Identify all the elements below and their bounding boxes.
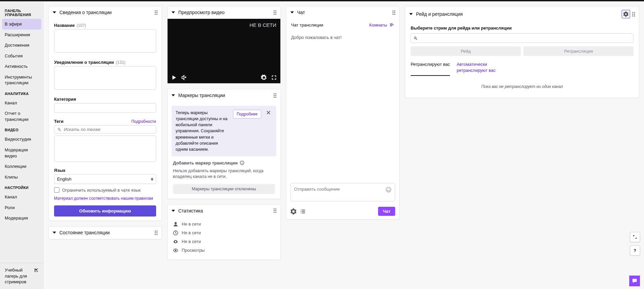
markers-desc: Нельзя добавлять маркеры трансляций, ког… <box>173 168 275 180</box>
sidebar-item-channel-settings[interactable]: Канал <box>0 192 43 202</box>
collapse-caret-icon[interactable] <box>172 210 175 212</box>
settings-icon[interactable] <box>261 75 267 81</box>
drag-handle-icon[interactable] <box>632 12 635 16</box>
panel-stream-info: Сведения о трансляции Название (107) Уве… <box>48 6 162 221</box>
collapse-caret-icon[interactable] <box>53 11 56 13</box>
panel-title: Состояние трансляции <box>59 230 151 235</box>
main-area: Сведения о трансляции Название (107) Уве… <box>44 1 644 289</box>
help-button[interactable]: ? <box>630 245 640 255</box>
sidebar-item-moderation[interactable]: Модерация <box>0 213 43 224</box>
sidebar-item-channel-analytics[interactable]: Канал <box>0 98 43 108</box>
info-icon[interactable] <box>240 160 244 165</box>
svg-point-3 <box>386 187 391 192</box>
notify-input[interactable] <box>54 66 156 90</box>
tags-search-input[interactable] <box>64 127 153 132</box>
update-info-button[interactable]: Обновить информацию <box>54 205 156 216</box>
viewer-list-icon[interactable] <box>300 208 306 214</box>
stat-row: Просмотры <box>173 246 275 255</box>
drag-handle-icon[interactable] <box>155 231 157 235</box>
chat-input[interactable] <box>294 187 383 192</box>
whisper-icon <box>632 278 638 284</box>
sidebar-heading-analytics: АНАЛИТИКА <box>0 88 43 98</box>
expand-button[interactable] <box>630 232 640 242</box>
tab-hosting-you[interactable]: Ретранслируют вас <box>411 61 450 76</box>
play-icon[interactable] <box>171 75 177 81</box>
whisper-button[interactable] <box>629 276 640 286</box>
panel-title: Сведения о трансляции <box>59 10 151 15</box>
title-input[interactable] <box>54 29 156 53</box>
svg-point-5 <box>389 189 390 189</box>
markers-banner: Теперь маркеры трансляции доступны и на … <box>172 106 276 156</box>
host-button[interactable]: Ретрансляция <box>523 46 634 56</box>
offline-badge: НЕ В СЕТИ <box>249 22 276 28</box>
raid-button[interactable]: Рейд <box>411 46 521 56</box>
close-icon[interactable]: ✕ <box>265 110 272 116</box>
tab-auto-hosting-you[interactable]: Автоматически ретранслируют вас <box>457 61 507 76</box>
drag-handle-icon[interactable] <box>274 10 276 15</box>
chat-subtitle: Чат трансляции <box>291 22 323 28</box>
raid-settings-button[interactable] <box>622 10 630 18</box>
tags-box[interactable] <box>54 136 156 162</box>
collapse-caret-icon[interactable] <box>290 11 294 13</box>
chat-rooms-link[interactable]: Комнаты <box>369 22 395 28</box>
sidebar-item-roles[interactable]: Роли <box>0 202 43 213</box>
collapse-caret-icon[interactable] <box>53 232 56 234</box>
stat-row: Не в сети <box>173 237 275 246</box>
drag-handle-icon[interactable] <box>393 10 395 15</box>
panel-title: Рейд и ретрансляция <box>416 11 618 17</box>
drag-handle-icon[interactable] <box>155 10 157 15</box>
panel-stream-health: Состояние трансляции <box>48 226 162 239</box>
sidebar-item-stream-tools[interactable]: Инструменты трансляции <box>0 72 43 88</box>
panel-chat: Чат Чат трансляции Комнаты Добро пожалов… <box>286 6 400 220</box>
stat-row: Не в сети <box>173 229 275 237</box>
sidebar-item-extensions[interactable]: Расширения <box>0 30 43 40</box>
eye-icon <box>173 248 178 253</box>
limit-lang-checkbox[interactable] <box>54 187 59 193</box>
chat-input-box[interactable] <box>290 183 395 201</box>
limit-lang-row[interactable]: Ограничить используемый в чате язык <box>54 187 156 193</box>
panel-raid: Рейд и ретрансляция Выберите стрим для р… <box>405 6 639 98</box>
chat-send-button[interactable]: Чат <box>378 207 395 216</box>
sidebar-heading-video: ВИДЕО <box>0 125 43 134</box>
drag-handle-icon[interactable] <box>274 93 276 98</box>
video-player[interactable]: НЕ В СЕТИ <box>168 19 280 83</box>
viewers-icon <box>173 239 178 244</box>
drag-handle-icon[interactable] <box>274 208 276 213</box>
stat-row: Не в сети <box>173 220 275 229</box>
add-marker-label: Добавить маркер трансляции <box>173 160 238 165</box>
raid-search-label: Выберите стрим для рейда или ретрансляци… <box>411 26 634 31</box>
category-input[interactable] <box>54 103 156 113</box>
content-rules-link[interactable]: Материал должен соответствовать нашим пр… <box>54 196 156 201</box>
notify-label: Уведомление о трансляции <box>54 60 114 65</box>
sidebar-item-video-moderation[interactable]: Модерация видео <box>0 145 43 161</box>
collapse-caret-icon[interactable] <box>409 13 413 15</box>
expand-icon <box>633 235 637 239</box>
sidebar-footer-creator-camp[interactable]: Учебный лагерь для стримеров <box>0 263 43 289</box>
mute-icon[interactable] <box>181 75 187 81</box>
floating-buttons: ? <box>630 232 640 255</box>
sidebar-item-achievements[interactable]: Достижения <box>0 40 43 51</box>
collapse-caret-icon[interactable] <box>172 11 175 13</box>
sidebar-item-video-studio[interactable]: Видеостудия <box>0 134 43 145</box>
emoji-icon[interactable] <box>385 187 392 193</box>
sidebar-item-live[interactable]: В эфире <box>2 19 41 30</box>
chat-welcome: Добро пожаловать в чат! <box>291 35 342 40</box>
chat-settings-icon[interactable] <box>290 208 296 214</box>
sidebar-item-clips[interactable]: Клипы <box>0 172 43 183</box>
svg-point-2 <box>175 249 177 251</box>
panel-title: Маркеры трансляции <box>178 93 270 98</box>
collapse-caret-icon[interactable] <box>172 94 175 96</box>
lang-select[interactable]: English <box>54 174 156 184</box>
sidebar-item-activity[interactable]: Активность <box>0 61 43 72</box>
tags-search[interactable] <box>54 125 156 134</box>
sidebar-item-stream-report[interactable]: Отчет о трансляции <box>0 108 43 125</box>
raid-search-input[interactable] <box>411 33 634 43</box>
sidebar-item-events[interactable]: События <box>0 51 43 61</box>
panel-video-preview: Предпросмотр видео НЕ В СЕТИ <box>167 6 281 84</box>
tags-more-link[interactable]: Подробности <box>131 119 156 124</box>
fullscreen-icon[interactable] <box>271 75 277 81</box>
title-count: (107) <box>77 23 86 28</box>
sidebar-heading-dashboard: ПАНЕЛЬ УПРАВЛЕНИЯ <box>0 5 43 19</box>
markers-more-button[interactable]: Подробнее <box>233 110 261 118</box>
sidebar-item-collections[interactable]: Коллекции <box>0 161 43 172</box>
